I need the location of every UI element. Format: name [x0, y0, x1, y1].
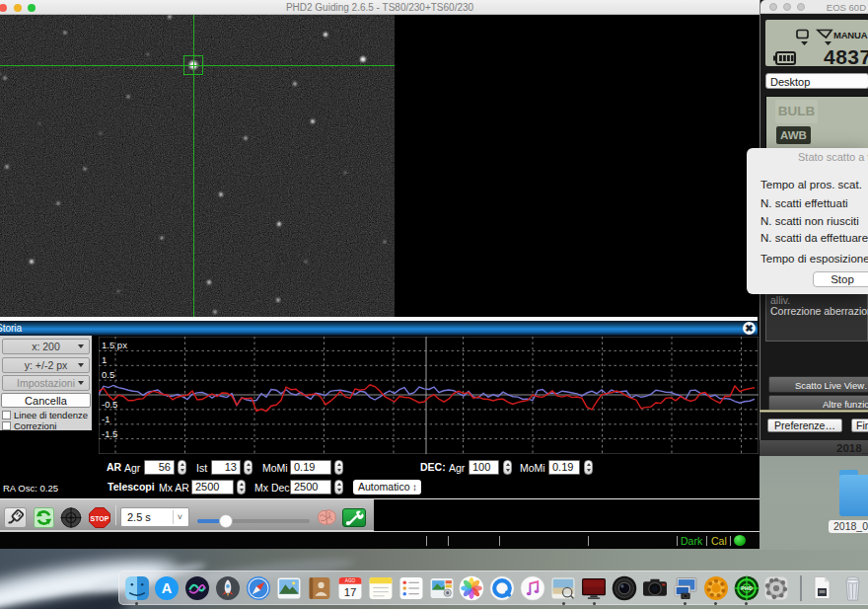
- svg-text:17: 17: [343, 585, 356, 597]
- svg-text:-1.5: -1.5: [102, 428, 117, 439]
- svg-text:STOP: STOP: [91, 514, 109, 521]
- svg-text:1: 1: [102, 354, 107, 365]
- svg-text:PHD: PHD: [740, 585, 752, 591]
- svg-text:-0.5: -0.5: [102, 399, 117, 410]
- svg-text:A: A: [162, 580, 173, 596]
- svg-text:AGO: AGO: [345, 578, 356, 583]
- svg-text:1.5 px: 1.5 px: [102, 340, 127, 350]
- svg-text:MANUA: MANUA: [833, 30, 868, 40]
- svg-text:4837: 4837: [824, 45, 868, 67]
- svg-text:0.5: 0.5: [102, 369, 114, 380]
- svg-text:-1: -1: [102, 414, 109, 424]
